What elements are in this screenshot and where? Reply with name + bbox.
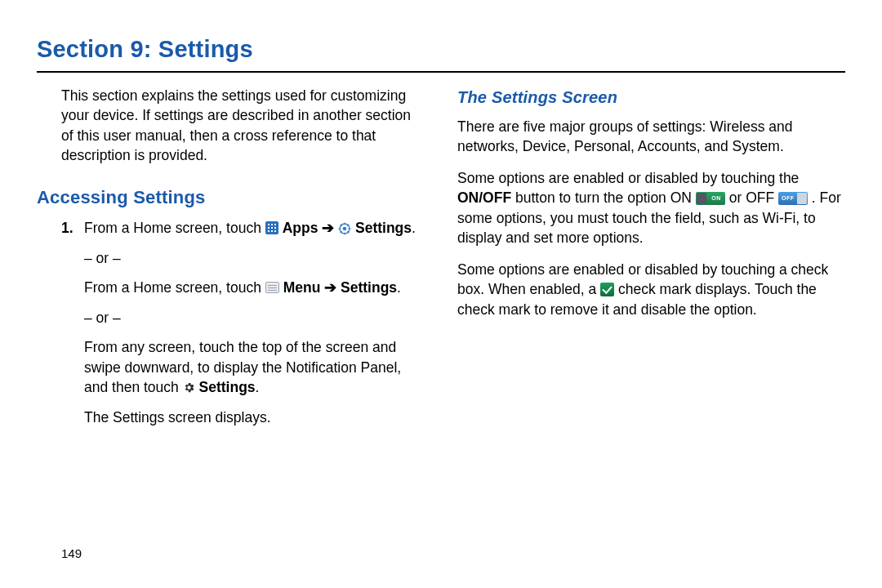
step-line-2: From a Home screen, touch Menu ➔ Setting…	[84, 278, 425, 298]
page-number: 149	[61, 545, 82, 562]
settings-screen-heading: The Settings Screen	[457, 86, 845, 109]
settings-gear-icon	[338, 220, 351, 234]
step-line-3: From any screen, touch the top of the sc…	[84, 337, 425, 398]
left-column: This section explains the settings used …	[37, 86, 425, 448]
step-1: 1. From a Home screen, touch Apps ➔	[61, 218, 425, 437]
checkmark-icon	[600, 283, 614, 296]
accessing-settings-heading: Accessing Settings	[37, 185, 425, 211]
right-column: The Settings Screen There are five major…	[457, 86, 845, 448]
step-result: The Settings screen displays.	[84, 408, 425, 428]
steps-list: 1. From a Home screen, touch Apps ➔	[61, 218, 425, 437]
step-line-1: From a Home screen, touch Apps ➔	[84, 218, 425, 238]
step-number: 1.	[61, 218, 84, 437]
menu-icon	[265, 282, 279, 293]
apps-grid-icon	[265, 221, 278, 234]
settings-cog-icon	[183, 379, 195, 391]
section-intro: This section explains the settings used …	[61, 86, 425, 166]
or-separator-1: – or –	[84, 248, 425, 269]
right-para-1: There are five major groups of settings:…	[457, 117, 845, 157]
right-para-2: Some options are enabled or disabled by …	[457, 168, 845, 248]
toggle-off-icon	[778, 192, 808, 205]
right-para-3: Some options are enabled or disabled by …	[457, 260, 845, 320]
svg-point-1	[343, 227, 347, 231]
section-title: Section 9: Settings	[37, 33, 845, 73]
two-column-layout: This section explains the settings used …	[37, 86, 845, 448]
step-body: From a Home screen, touch Apps ➔	[84, 218, 425, 437]
or-separator-2: – or –	[84, 308, 425, 328]
toggle-on-icon	[696, 192, 725, 205]
